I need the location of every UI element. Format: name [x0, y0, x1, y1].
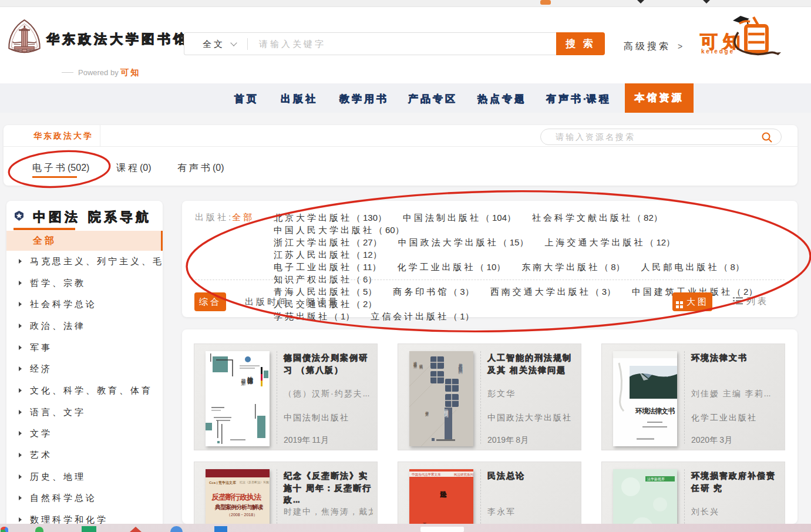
svg-text:反垄断行政执法: 反垄断行政执法 [211, 493, 262, 501]
svg-text:德国债法: 德国债法 [247, 376, 254, 385]
svg-text:刑法研究: 刑法研究 [419, 364, 423, 370]
svg-text:环境法律文书: 环境法律文书 [635, 407, 675, 415]
svg-text:法学新视界: 法学新视界 [647, 477, 665, 482]
svg-text:纪念《反垄断法》实施十周年: 纪念《反垄断法》实施十周年 [240, 480, 270, 484]
svg-text:Cca | 竞争法文库: Cca | 竞争法文库 [209, 480, 236, 485]
svg-text:民法总论: 民法总论 [440, 491, 447, 498]
svg-text:彭文华著: 彭文华著 [425, 411, 429, 416]
svg-text:keledge: keledge [701, 48, 735, 55]
svg-text:民法研究系列: 民法研究系列 [454, 473, 473, 477]
svg-text:的刑法规制及其相关: 的刑法规制及其相关 [458, 363, 463, 375]
svg-text:中国当代法学家文库: 中国当代法学家文库 [412, 473, 441, 477]
svg-text:主编推荐阅读: 主编推荐阅读 [413, 362, 417, 369]
svg-text:案例研习: 案例研习 [241, 379, 246, 386]
svg-text:典型案例分析与解读: 典型案例分析与解读 [214, 504, 263, 510]
svg-text:（2008－2018）: （2008－2018） [227, 513, 257, 517]
